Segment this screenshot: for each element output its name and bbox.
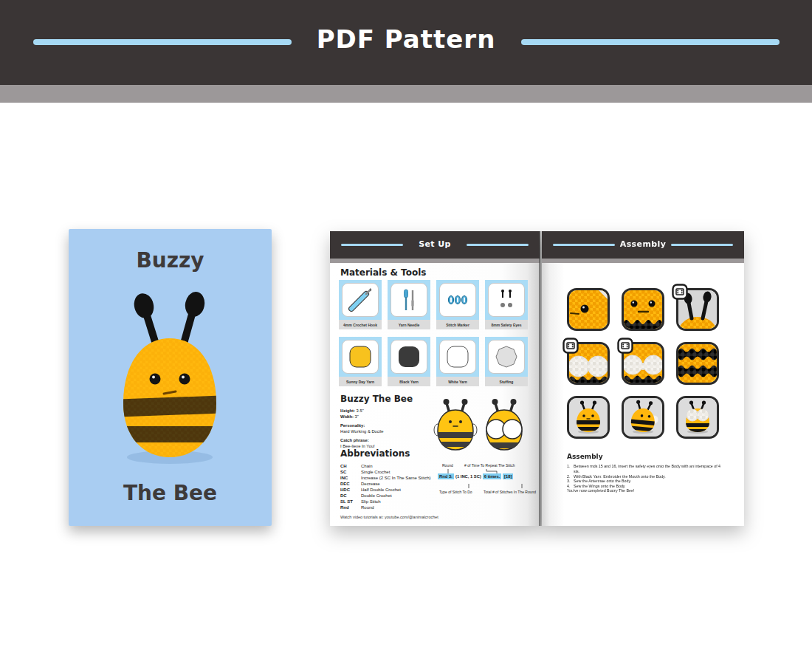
notation-times-token: 6 times. bbox=[483, 473, 502, 479]
top-banner: PDF Pattern bbox=[0, 0, 812, 85]
materials-heading: Materials & Tools bbox=[340, 267, 426, 278]
photo-step-wings bbox=[567, 342, 610, 385]
material-card-stuffing: Stuffing bbox=[485, 337, 528, 386]
assembly-photo-grid bbox=[567, 288, 719, 439]
white-yarn-icon bbox=[439, 340, 476, 374]
setup-header-right-line bbox=[467, 244, 529, 246]
notation-repeat-label: # of Time To Repeat The Stitch bbox=[464, 463, 515, 468]
video-icon bbox=[672, 284, 688, 300]
setup-header-stripe bbox=[330, 259, 540, 263]
video-icon bbox=[562, 338, 579, 354]
abbr-row: DCDouble Crochet bbox=[340, 493, 431, 499]
photo-step-face-embroidery bbox=[622, 288, 664, 331]
pattern-cover: Buzzy The B bbox=[69, 229, 272, 526]
bee-photo bbox=[92, 281, 247, 468]
completion-note: You've now completed Buzzy The Bee! bbox=[567, 488, 634, 493]
abbr-row: INCIncrease (2 SC In The Same Stitch) bbox=[340, 475, 431, 481]
photo-step-bee-front bbox=[567, 396, 610, 439]
banner-right-line bbox=[521, 39, 780, 45]
assembly-page: Assembly bbox=[542, 231, 744, 526]
material-card-yarn-needle: Yarn Needle bbox=[388, 280, 430, 329]
safety-eyes-icon bbox=[488, 283, 525, 317]
bee-front-back-diagram bbox=[432, 397, 529, 459]
notation-example-row: Rnd 3:(1 INC, 1 SC)6 times. [18] bbox=[438, 474, 513, 479]
pattern-spread: Set Up Materials & Tools 4mm Croche bbox=[330, 231, 744, 526]
stitch-notation-diagram: Round # of Time To Repeat The Stitch Rnd… bbox=[438, 463, 537, 499]
material-card-white-yarn: White Yarn bbox=[436, 337, 479, 386]
abbr-row: HDCHalf Double Crochet bbox=[340, 487, 431, 493]
abbr-row: SCSingle Crochet bbox=[340, 469, 431, 475]
video-tutorials-note: Watch video tutorials at: youtube.com/@a… bbox=[340, 515, 438, 519]
photo-step-antennae bbox=[676, 288, 719, 331]
notation-round-token: Rnd 3: bbox=[438, 473, 454, 479]
height-value: 3.5" bbox=[357, 408, 364, 413]
photo-step-wings-attached bbox=[622, 342, 664, 385]
abbr-row: DECDecrease bbox=[340, 481, 431, 487]
abbr-row: SL STSlip Stitch bbox=[340, 499, 431, 504]
assembly-header-stripe bbox=[542, 259, 744, 263]
assembly-step: 2.With Black Yarn: Embroider the Mouth o… bbox=[567, 474, 725, 479]
setup-page: Set Up Materials & Tools 4mm Croche bbox=[330, 231, 540, 526]
personality-value: Hard Working & Docile bbox=[340, 429, 384, 435]
setup-header-bar: Set Up bbox=[330, 231, 540, 259]
banner-gray-stripe bbox=[0, 85, 812, 103]
photo-step-bee-side bbox=[622, 396, 664, 439]
assembly-header-bar: Assembly bbox=[542, 231, 744, 259]
personality-label: Personality: bbox=[340, 423, 365, 428]
abbr-row: CHChain bbox=[340, 463, 431, 469]
assembly-heading: Assembly bbox=[567, 453, 603, 460]
abbreviations-heading: Abbreviations bbox=[340, 448, 410, 459]
notation-total-token: [18] bbox=[503, 473, 513, 479]
notation-type-label: Type of Stitch To Do bbox=[439, 490, 472, 494]
notation-stitches-token: (1 INC, 1 SC) bbox=[454, 473, 483, 479]
abbreviations-list: CHChain SCSingle Crochet INCIncrease (2 … bbox=[340, 463, 431, 510]
materials-grid: 4mm Crochet Hook Yarn Needle bbox=[339, 280, 528, 386]
stuffing-icon bbox=[488, 340, 525, 374]
crochet-hook-icon bbox=[342, 283, 379, 317]
photo-step-body-stripes bbox=[676, 342, 719, 385]
width-value: 3" bbox=[355, 414, 359, 419]
width-label: Width: bbox=[340, 414, 354, 419]
material-card-yellow-yarn: Sunny Day Yarn bbox=[339, 337, 382, 386]
cover-title-bottom: The Bee bbox=[69, 481, 272, 505]
stitch-marker-icon bbox=[439, 283, 476, 317]
material-card-crochet-hook: 4mm Crochet Hook bbox=[339, 280, 382, 329]
material-card-stitch-marker: Stitch Marker bbox=[436, 280, 479, 329]
assembly-steps-list: 1.Between rnds 15 and 16, insert the saf… bbox=[567, 464, 725, 489]
notation-total-label: Total # of Stitches In The Round bbox=[484, 490, 536, 494]
bee-info-heading: Buzzy The Bee bbox=[340, 394, 413, 404]
photo-step-eye-placement bbox=[567, 288, 610, 331]
height-label: Height: bbox=[340, 408, 355, 413]
photo-step-bee-back bbox=[676, 396, 719, 439]
assembly-step: 3.Sew the Antennae onto the Body. bbox=[567, 479, 725, 484]
yarn-needle-icon bbox=[390, 283, 427, 317]
bee-stats: Height: 3.5" Width: 3" Personality: Hard… bbox=[340, 408, 384, 449]
cover-title-top: Buzzy bbox=[69, 248, 272, 273]
abbr-row: RndRound bbox=[340, 504, 431, 510]
catchphrase-label: Catch phrase: bbox=[340, 438, 369, 442]
screenshot-canvas: PDF Pattern Buzzy bbox=[0, 0, 812, 650]
yellow-yarn-icon bbox=[342, 340, 379, 374]
material-card-safety-eyes: 8mm Safety Eyes bbox=[485, 280, 528, 329]
video-icon bbox=[617, 338, 633, 354]
assembly-header-right-line bbox=[671, 244, 733, 246]
black-yarn-icon bbox=[390, 340, 427, 374]
material-card-black-yarn: Black Yarn bbox=[388, 337, 430, 386]
assembly-step: 1.Between rnds 15 and 16, insert the saf… bbox=[567, 464, 725, 474]
notation-round-label: Round bbox=[442, 463, 453, 468]
